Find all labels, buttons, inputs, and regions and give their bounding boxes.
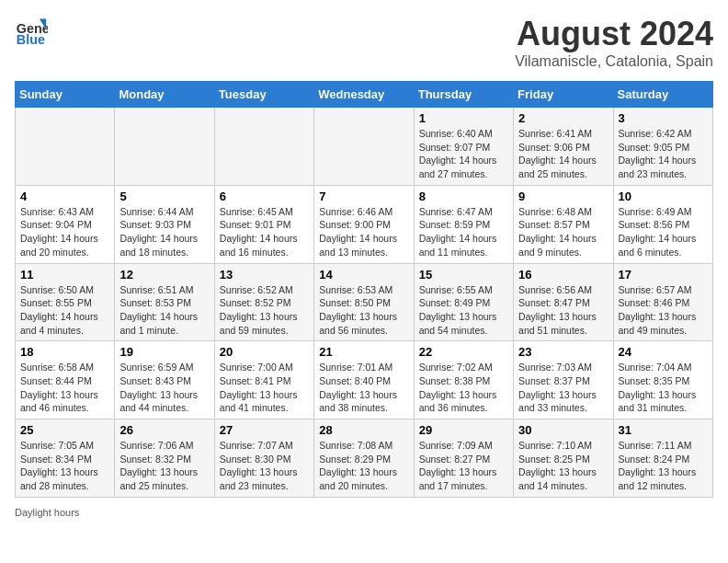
day-number: 2 [518, 111, 608, 125]
day-number: 1 [419, 111, 508, 125]
day-info: Sunrise: 6:46 AMSunset: 9:00 PMDaylight:… [319, 205, 408, 259]
title-area: August 2024 Vilamaniscle, Catalonia, Spa… [515, 15, 713, 70]
calendar-week-3: 11Sunrise: 6:50 AMSunset: 8:55 PMDayligh… [16, 263, 713, 341]
day-info: Sunrise: 6:40 AMSunset: 9:07 PMDaylight:… [419, 127, 508, 181]
day-header-wednesday: Wednesday [314, 82, 414, 108]
calendar-cell: 9Sunrise: 6:48 AMSunset: 8:57 PMDaylight… [514, 185, 613, 263]
calendar-cell: 13Sunrise: 6:52 AMSunset: 8:52 PMDayligh… [214, 263, 313, 341]
calendar-cell: 26Sunrise: 7:06 AMSunset: 8:32 PMDayligh… [115, 419, 214, 498]
day-number: 20 [220, 345, 309, 359]
calendar-cell: 3Sunrise: 6:42 AMSunset: 9:05 PMDaylight… [613, 108, 712, 186]
footer: Daylight hours [15, 507, 713, 518]
day-number: 10 [619, 190, 708, 203]
day-info: Sunrise: 6:50 AMSunset: 8:55 PMDaylight:… [20, 283, 109, 338]
day-number: 23 [518, 345, 608, 359]
day-number: 11 [20, 268, 109, 282]
calendar-cell: 6Sunrise: 6:45 AMSunset: 9:01 PMDaylight… [214, 185, 313, 263]
day-info: Sunrise: 7:06 AMSunset: 8:32 PMDaylight:… [119, 439, 209, 493]
calendar-cell [214, 108, 313, 186]
calendar-body: 1Sunrise: 6:40 AMSunset: 9:07 PMDaylight… [16, 108, 713, 498]
calendar-cell: 22Sunrise: 7:02 AMSunset: 8:38 PMDayligh… [414, 341, 513, 419]
header-row: SundayMondayTuesdayWednesdayThursdayFrid… [16, 82, 713, 108]
day-number: 12 [119, 268, 209, 282]
page-title: August 2024 [515, 15, 713, 53]
day-info: Sunrise: 6:44 AMSunset: 9:03 PMDaylight:… [119, 205, 209, 259]
logo-icon: General Blue [15, 15, 48, 48]
day-number: 16 [518, 268, 608, 282]
calendar-cell: 23Sunrise: 7:03 AMSunset: 8:37 PMDayligh… [514, 341, 613, 419]
calendar-cell [115, 108, 214, 186]
day-number: 30 [518, 423, 608, 437]
day-number: 18 [20, 345, 109, 359]
day-info: Sunrise: 6:58 AMSunset: 8:44 PMDaylight:… [20, 361, 109, 415]
day-info: Sunrise: 7:05 AMSunset: 8:34 PMDaylight:… [20, 439, 109, 493]
day-number: 7 [319, 190, 408, 203]
day-number: 15 [419, 268, 508, 282]
day-info: Sunrise: 6:41 AMSunset: 9:06 PMDaylight:… [518, 127, 608, 181]
calendar-cell: 19Sunrise: 6:59 AMSunset: 8:43 PMDayligh… [115, 341, 214, 419]
day-header-tuesday: Tuesday [214, 82, 313, 108]
day-number: 3 [619, 111, 708, 125]
day-info: Sunrise: 7:03 AMSunset: 8:37 PMDaylight:… [518, 361, 608, 415]
day-number: 21 [319, 345, 408, 359]
calendar-cell: 7Sunrise: 6:46 AMSunset: 9:00 PMDaylight… [314, 185, 414, 263]
day-number: 25 [20, 423, 109, 437]
calendar-cell: 14Sunrise: 6:53 AMSunset: 8:50 PMDayligh… [314, 263, 414, 341]
calendar-week-4: 18Sunrise: 6:58 AMSunset: 8:44 PMDayligh… [16, 341, 713, 419]
calendar-cell: 21Sunrise: 7:01 AMSunset: 8:40 PMDayligh… [314, 341, 414, 419]
day-info: Sunrise: 6:53 AMSunset: 8:50 PMDaylight:… [319, 283, 408, 338]
calendar-cell: 2Sunrise: 6:41 AMSunset: 9:06 PMDaylight… [514, 108, 613, 186]
day-info: Sunrise: 6:49 AMSunset: 8:56 PMDaylight:… [619, 205, 708, 259]
day-info: Sunrise: 6:56 AMSunset: 8:47 PMDaylight:… [518, 283, 608, 338]
calendar-cell [314, 108, 414, 186]
calendar-cell: 31Sunrise: 7:11 AMSunset: 8:24 PMDayligh… [613, 419, 712, 498]
day-info: Sunrise: 6:43 AMSunset: 9:04 PMDaylight:… [20, 205, 109, 259]
svg-text:Blue: Blue [17, 32, 45, 47]
day-number: 31 [619, 423, 708, 437]
daylight-label: Daylight hours [15, 507, 79, 518]
calendar-cell: 11Sunrise: 6:50 AMSunset: 8:55 PMDayligh… [16, 263, 115, 341]
day-number: 29 [419, 423, 508, 437]
day-info: Sunrise: 7:00 AMSunset: 8:41 PMDaylight:… [220, 361, 309, 415]
day-number: 8 [419, 190, 508, 203]
day-header-sunday: Sunday [16, 82, 115, 108]
calendar-cell: 25Sunrise: 7:05 AMSunset: 8:34 PMDayligh… [16, 419, 115, 498]
day-number: 14 [319, 268, 408, 282]
day-number: 22 [419, 345, 508, 359]
logo: General Blue [15, 15, 48, 48]
day-info: Sunrise: 6:45 AMSunset: 9:01 PMDaylight:… [220, 205, 309, 259]
calendar-cell [16, 108, 115, 186]
calendar-cell: 1Sunrise: 6:40 AMSunset: 9:07 PMDaylight… [414, 108, 513, 186]
header: General Blue August 2024 Vilamaniscle, C… [15, 15, 713, 70]
calendar-cell: 12Sunrise: 6:51 AMSunset: 8:53 PMDayligh… [115, 263, 214, 341]
day-number: 13 [220, 268, 309, 282]
calendar-week-2: 4Sunrise: 6:43 AMSunset: 9:04 PMDaylight… [16, 185, 713, 263]
day-number: 26 [119, 423, 209, 437]
day-number: 6 [220, 190, 309, 203]
day-info: Sunrise: 6:57 AMSunset: 8:46 PMDaylight:… [619, 283, 708, 338]
day-info: Sunrise: 6:59 AMSunset: 8:43 PMDaylight:… [119, 361, 209, 415]
day-info: Sunrise: 6:52 AMSunset: 8:52 PMDaylight:… [220, 283, 309, 338]
calendar-cell: 29Sunrise: 7:09 AMSunset: 8:27 PMDayligh… [414, 419, 513, 498]
daylight-legend: Daylight hours [15, 507, 79, 518]
calendar-cell: 30Sunrise: 7:10 AMSunset: 8:25 PMDayligh… [514, 419, 613, 498]
calendar-cell: 15Sunrise: 6:55 AMSunset: 8:49 PMDayligh… [414, 263, 513, 341]
calendar-cell: 20Sunrise: 7:00 AMSunset: 8:41 PMDayligh… [214, 341, 313, 419]
calendar-cell: 24Sunrise: 7:04 AMSunset: 8:35 PMDayligh… [613, 341, 712, 419]
calendar-week-1: 1Sunrise: 6:40 AMSunset: 9:07 PMDaylight… [16, 108, 713, 186]
day-number: 28 [319, 423, 408, 437]
day-number: 5 [119, 190, 209, 203]
day-info: Sunrise: 7:02 AMSunset: 8:38 PMDaylight:… [419, 361, 508, 415]
calendar-cell: 16Sunrise: 6:56 AMSunset: 8:47 PMDayligh… [514, 263, 613, 341]
day-header-monday: Monday [115, 82, 214, 108]
day-header-saturday: Saturday [613, 82, 712, 108]
day-info: Sunrise: 7:09 AMSunset: 8:27 PMDaylight:… [419, 439, 508, 493]
calendar-cell: 18Sunrise: 6:58 AMSunset: 8:44 PMDayligh… [16, 341, 115, 419]
day-number: 17 [619, 268, 708, 282]
day-number: 27 [220, 423, 309, 437]
calendar-cell: 5Sunrise: 6:44 AMSunset: 9:03 PMDaylight… [115, 185, 214, 263]
day-info: Sunrise: 7:11 AMSunset: 8:24 PMDaylight:… [619, 439, 708, 493]
day-info: Sunrise: 7:01 AMSunset: 8:40 PMDaylight:… [319, 361, 408, 415]
day-info: Sunrise: 6:55 AMSunset: 8:49 PMDaylight:… [419, 283, 508, 338]
day-info: Sunrise: 7:10 AMSunset: 8:25 PMDaylight:… [518, 439, 608, 493]
